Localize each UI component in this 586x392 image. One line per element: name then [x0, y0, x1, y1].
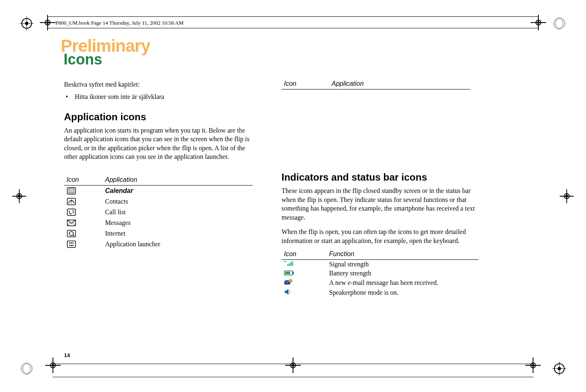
app-label: Contacts — [105, 198, 128, 205]
speaker-icon — [284, 289, 293, 297]
table-header-function: Function — [329, 250, 354, 258]
svg-point-31 — [52, 364, 54, 367]
svg-rect-62 — [288, 264, 289, 266]
crop-mark-mid-left — [12, 189, 26, 203]
svg-point-57 — [69, 245, 70, 246]
svg-point-39 — [292, 364, 294, 367]
table-row: Application launcher — [64, 239, 253, 250]
section-title: Icons — [64, 51, 102, 68]
app-label: Application launcher — [105, 241, 160, 248]
launcher-icon — [66, 240, 76, 248]
svg-point-58 — [71, 245, 72, 246]
corner-cross-bottom-left — [45, 358, 61, 375]
crop-mark-top-right — [552, 16, 566, 30]
svg-point-14 — [17, 193, 22, 199]
bottom-rule-upper — [53, 364, 533, 364]
svg-point-54 — [69, 242, 70, 243]
app-label: Internet — [105, 230, 126, 237]
svg-rect-67 — [285, 272, 290, 274]
battery-icon — [284, 270, 295, 277]
table-row: 31 Calendar — [64, 186, 253, 196]
internet-icon — [66, 229, 76, 238]
svg-point-18 — [564, 193, 570, 199]
right-top-empty-table-header: Icon Application — [282, 80, 470, 89]
table-row: Messages — [64, 218, 253, 228]
app-label: Calendar — [105, 187, 133, 195]
svg-point-0 — [22, 18, 32, 28]
corner-cross-top-right — [531, 15, 546, 32]
svg-point-5 — [554, 18, 564, 28]
status-label: Battery strength — [329, 270, 371, 277]
header-rule-bottom — [47, 28, 539, 28]
email-icon: @ — [284, 279, 293, 287]
svg-line-52 — [73, 235, 74, 236]
svg-rect-65 — [292, 261, 293, 266]
svg-point-19 — [565, 195, 568, 197]
signal-icon — [284, 261, 294, 268]
svg-rect-61 — [287, 264, 288, 266]
table-row: Internet — [64, 228, 253, 239]
table-row: Battery strength — [282, 269, 478, 278]
svg-point-7 — [22, 364, 32, 374]
app-icons-heading: Application icons — [64, 111, 257, 123]
header-filename: P800_UM.book Page 14 Thursday, July 11, … — [55, 20, 183, 26]
svg-point-59 — [72, 245, 73, 246]
table-header-icon: Icon — [66, 176, 86, 183]
table-header-application: Application — [105, 176, 137, 183]
status-table: Icon Function Signal strength Battery st… — [282, 250, 478, 298]
svg-point-11 — [558, 367, 561, 370]
messages-icon — [66, 219, 76, 227]
svg-point-8 — [554, 364, 564, 374]
svg-rect-45 — [67, 209, 76, 215]
svg-point-55 — [71, 242, 72, 243]
table-header-icon: Icon — [284, 250, 309, 258]
table-header-icon: Icon — [284, 80, 309, 87]
intro-bullet: • Hitta ikoner som inte är självklara — [64, 93, 257, 101]
svg-point-6 — [21, 363, 32, 374]
table-row: @ A new e-mail message has been received… — [282, 278, 478, 288]
table-header-application: Application — [332, 80, 364, 87]
svg-point-4 — [554, 18, 565, 29]
table-row: Contacts — [64, 196, 253, 207]
svg-point-3 — [25, 22, 28, 25]
status-label: Speakerphone mode is on. — [329, 289, 398, 296]
crop-mark-bottom-right — [552, 362, 566, 376]
indicators-para1: These icons appears in the flip closed s… — [282, 186, 478, 222]
table-row: Call list — [64, 207, 253, 218]
svg-text:31: 31 — [70, 190, 73, 193]
corner-cross-bottom-mid — [285, 358, 301, 375]
app-label: Messages — [105, 219, 130, 227]
svg-rect-68 — [293, 272, 294, 274]
app-icons-paragraph: An application icon starts its program w… — [64, 126, 257, 161]
status-label: A new e-mail message has been received. — [329, 279, 438, 287]
header-rule-top — [47, 16, 539, 17]
svg-point-27 — [537, 21, 540, 24]
table-row: Speakerphone mode is on. — [282, 288, 478, 298]
svg-point-56 — [72, 242, 73, 243]
corner-cross-top-left — [40, 15, 55, 32]
crop-mark-top-left — [20, 16, 34, 30]
intro-text: Beskriva syftet med kapitlet: — [64, 80, 257, 89]
svg-rect-63 — [290, 263, 291, 266]
crop-mark-bottom-left — [20, 362, 34, 376]
intro-bullet-text: Hitta ikoner som inte är självklara — [75, 93, 164, 101]
svg-rect-64 — [291, 262, 292, 266]
svg-text:@: @ — [290, 280, 292, 282]
app-label: Call list — [105, 209, 126, 216]
svg-point-35 — [532, 364, 534, 367]
bullet-dot: • — [66, 93, 70, 101]
page-number: 14 — [64, 352, 70, 358]
app-icons-table: Icon Application 31 Calendar Contacts Ca… — [64, 176, 253, 250]
table-row: Signal strength — [282, 260, 478, 269]
indicators-para2: When the flip is open, you can often tap… — [282, 227, 478, 245]
svg-point-23 — [46, 21, 49, 24]
calendar-icon: 31 — [66, 187, 76, 195]
svg-point-15 — [18, 195, 21, 197]
crop-mark-mid-right — [560, 189, 574, 203]
calllist-icon — [66, 208, 76, 216]
corner-cross-bottom-right — [525, 358, 541, 375]
svg-rect-53 — [67, 241, 76, 248]
bottom-rule — [53, 377, 533, 377]
contacts-icon — [66, 197, 76, 206]
indicators-heading: Indicators and status bar icons — [282, 172, 478, 183]
